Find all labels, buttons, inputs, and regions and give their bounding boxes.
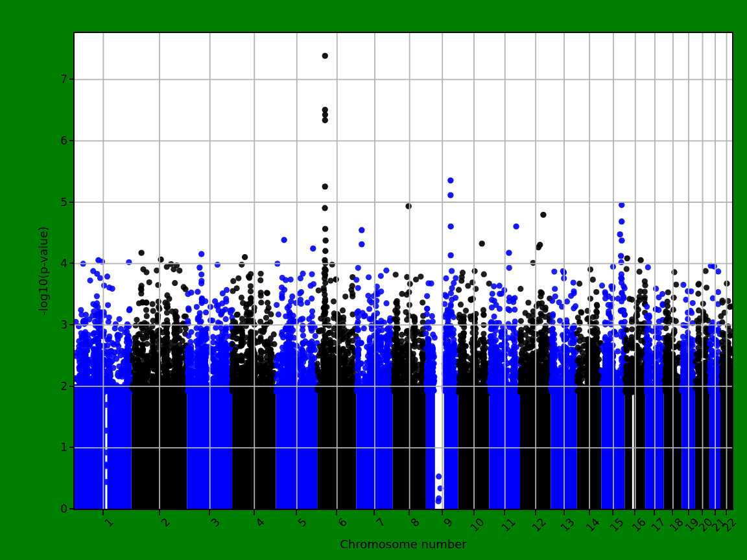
x-tick-mark bbox=[296, 510, 297, 515]
y-tick-label: 4 bbox=[39, 255, 67, 271]
x-tick-mark bbox=[715, 510, 716, 515]
y-tick-label: 1 bbox=[39, 439, 67, 455]
x-tick-mark bbox=[374, 510, 375, 515]
x-tick-mark bbox=[726, 510, 727, 515]
x-tick-label: 15 bbox=[607, 515, 626, 534]
x-tick-mark bbox=[409, 510, 410, 515]
x-tick-label: 14 bbox=[583, 515, 602, 534]
x-tick-mark bbox=[504, 510, 505, 515]
x-tick-label: 17 bbox=[648, 515, 667, 534]
y-tick-label: 3 bbox=[39, 317, 67, 332]
x-tick-mark bbox=[336, 510, 337, 515]
x-tick-mark bbox=[563, 510, 565, 515]
x-tick-label: 3 bbox=[209, 515, 223, 530]
y-tick-label: 6 bbox=[39, 133, 67, 148]
x-tick-label: 6 bbox=[336, 515, 350, 530]
x-tick-mark bbox=[612, 510, 613, 515]
x-tick-label: 11 bbox=[499, 515, 517, 534]
x-tick-label: 4 bbox=[253, 515, 267, 530]
y-tick-label: 7 bbox=[39, 71, 67, 87]
manhattan-plot-figure: -log10(p-value) Chromosome number 012345… bbox=[0, 0, 747, 560]
y-tick-label: 5 bbox=[39, 194, 67, 210]
x-tick-mark bbox=[473, 510, 475, 515]
x-tick-mark bbox=[634, 510, 635, 515]
x-tick-label: 9 bbox=[441, 515, 455, 530]
y-tick-mark bbox=[69, 78, 75, 80]
x-tick-label: 16 bbox=[629, 515, 648, 534]
manhattan-scatter-canvas bbox=[75, 33, 732, 509]
y-tick-label: 2 bbox=[39, 379, 67, 394]
x-tick-mark bbox=[159, 510, 160, 515]
x-tick-label: 13 bbox=[558, 515, 576, 534]
y-tick-mark bbox=[69, 447, 75, 448]
x-tick-mark bbox=[102, 510, 104, 515]
x-tick-label: 12 bbox=[529, 515, 548, 534]
y-tick-mark bbox=[69, 386, 75, 387]
x-tick-label: 10 bbox=[468, 515, 486, 534]
y-tick-mark bbox=[69, 202, 75, 203]
x-axis-title: Chromosome number bbox=[340, 537, 467, 551]
x-tick-mark bbox=[672, 510, 673, 515]
x-tick-mark bbox=[654, 510, 655, 515]
x-tick-label: 7 bbox=[374, 515, 388, 530]
y-tick-mark bbox=[69, 262, 75, 264]
y-tick-mark bbox=[69, 140, 75, 141]
x-tick-label: 2 bbox=[158, 515, 172, 530]
x-tick-label: 22 bbox=[720, 515, 739, 534]
x-tick-mark bbox=[589, 510, 590, 515]
x-tick-mark bbox=[442, 510, 443, 515]
y-tick-mark bbox=[69, 508, 75, 509]
x-tick-mark bbox=[254, 510, 255, 515]
x-tick-mark bbox=[209, 510, 210, 515]
plot-area bbox=[73, 32, 733, 510]
x-tick-mark bbox=[535, 510, 536, 515]
x-tick-mark bbox=[702, 510, 703, 515]
x-tick-label: 8 bbox=[409, 515, 423, 530]
y-tick-mark bbox=[69, 324, 75, 325]
x-tick-label: 1 bbox=[102, 515, 116, 530]
x-tick-mark bbox=[688, 510, 689, 515]
x-tick-label: 5 bbox=[296, 515, 310, 530]
y-tick-label: 0 bbox=[39, 501, 67, 517]
